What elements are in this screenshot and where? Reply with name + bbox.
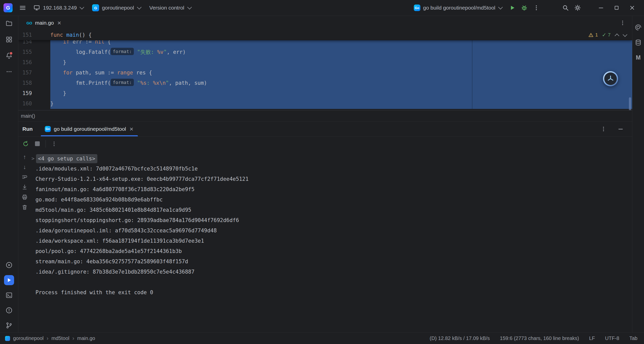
editor-line[interactable]: 156 }: [18, 57, 632, 68]
rerun-button[interactable]: [20, 139, 31, 149]
run-tab[interactable]: Go go build goroutinepool/md5tool ×: [40, 122, 138, 136]
crumb-folder[interactable]: md5tool: [52, 335, 69, 341]
markdown-icon[interactable]: M: [634, 53, 643, 62]
close-button[interactable]: [625, 2, 639, 14]
code-editor[interactable]: 151 func main() { 154 if err != nil {155…: [18, 30, 632, 110]
inspections-widget[interactable]: 1 ✓ 7: [588, 30, 627, 39]
line-number[interactable]: 158: [18, 78, 50, 88]
editor-line[interactable]: 157 for path, sum := range res {: [18, 68, 632, 78]
editor-line[interactable]: 158 fmt.Printf(format: "%s: %x\n", path,…: [18, 78, 632, 88]
git-branch-icon: [5, 322, 13, 329]
remote-host-selector[interactable]: 192.168.3.249: [30, 2, 87, 14]
line-separator-widget[interactable]: LF: [589, 335, 595, 341]
project-selector[interactable]: G goroutinepool: [89, 2, 144, 14]
maximize-icon: [613, 5, 620, 11]
scroll-end-icon[interactable]: [21, 184, 28, 191]
settings-icon[interactable]: [572, 2, 583, 13]
soft-wrap-icon[interactable]: [21, 174, 28, 181]
crumb-file[interactable]: main.go: [77, 335, 95, 341]
run-tab-label: go build goroutinepool/md5tool: [54, 126, 126, 132]
crumb-project[interactable]: goroutinepool: [13, 335, 44, 341]
line-number[interactable]: 151: [18, 30, 50, 40]
sidebar-item-terminal[interactable]: [4, 290, 14, 300]
encoding-widget[interactable]: UTF-8: [605, 335, 619, 341]
sidebar-item-structure[interactable]: [4, 34, 14, 45]
line-number[interactable]: 157: [18, 68, 50, 78]
run-button[interactable]: [507, 2, 518, 13]
code-token: [63, 32, 66, 38]
run-config-selector[interactable]: Go go build goroutinepool/md5tool: [410, 2, 506, 13]
ai-assistant-badge-inner: [604, 72, 617, 85]
line-number[interactable]: 155: [18, 47, 50, 57]
line-number[interactable]: 159: [18, 88, 50, 99]
search-icon[interactable]: [560, 2, 571, 13]
print-icon[interactable]: [21, 194, 28, 201]
run-options-icon[interactable]: [598, 123, 609, 135]
left-toolbar: [0, 16, 18, 332]
console-options-icon[interactable]: [49, 139, 59, 149]
console-output: ><4 go setup calls>.idea/modules.xml: 7d…: [31, 151, 632, 332]
crumb-separator: ›: [47, 335, 48, 342]
problems-icon: [5, 307, 13, 314]
prev-problem-icon[interactable]: [615, 33, 619, 38]
clear-icon[interactable]: [21, 204, 28, 211]
vcs-selector[interactable]: Version control: [146, 3, 195, 13]
chevron-down-icon: [498, 5, 503, 9]
close-run-tab-icon[interactable]: ×: [129, 126, 134, 132]
sidebar-item-run[interactable]: [4, 275, 14, 285]
next-problem-icon[interactable]: [623, 32, 627, 37]
sticky-line[interactable]: 151 func main() {: [18, 30, 632, 40]
line-number[interactable]: 160: [18, 99, 50, 109]
minimize-button[interactable]: [594, 2, 608, 14]
ai-assistant-badge[interactable]: [603, 71, 618, 86]
folded-output-chip[interactable]: <4 go setup calls>: [36, 154, 97, 163]
more-actions-icon[interactable]: [531, 2, 542, 13]
down-icon[interactable]: ↓: [21, 163, 28, 170]
code-token: [134, 49, 137, 55]
editor-line[interactable]: 159 }: [18, 88, 632, 99]
debug-button[interactable]: [519, 2, 530, 13]
remote-host-label: 192.168.3.249: [43, 5, 77, 11]
sticky-code: func main() {: [50, 30, 632, 40]
chevron-down-icon: [187, 5, 192, 9]
editor-scrollbar[interactable]: [629, 97, 631, 110]
ai-assistant-icon[interactable]: [634, 23, 643, 32]
console-line: .idea/modules.xml: 7d0072a46767bcfce3c51…: [31, 164, 632, 174]
titlebar: G 192.168.3.249 G goroutinepool Version …: [0, 0, 644, 16]
close-tab-icon[interactable]: ×: [57, 20, 62, 25]
vcs-label: Version control: [149, 5, 184, 11]
hide-tool-window-icon[interactable]: [615, 123, 626, 135]
maximize-button[interactable]: [609, 2, 624, 14]
run-tool-window: Run Go go build goroutinepool/md5tool ×: [18, 122, 632, 332]
sidebar-item-problems[interactable]: [4, 305, 14, 315]
stop-button[interactable]: [32, 139, 43, 149]
run-header: Run Go go build goroutinepool/md5tool ×: [18, 122, 632, 137]
editor-tab-options-icon[interactable]: [617, 17, 628, 28]
kebab-icon: [600, 126, 607, 132]
editor-line[interactable]: 160}: [18, 99, 632, 109]
database-icon[interactable]: [634, 38, 643, 47]
sidebar-item-services[interactable]: [4, 260, 14, 270]
bug-icon: [520, 4, 528, 12]
sidebar-item-vcs[interactable]: [4, 320, 14, 330]
indent-widget[interactable]: Tab: [629, 335, 637, 341]
caret-position-widget[interactable]: 159:6 (2773 chars, 160 line breaks): [500, 335, 579, 341]
main-menu-icon[interactable]: [17, 2, 28, 13]
inlay-hint: format:: [111, 48, 134, 55]
editor-tab-main-go[interactable]: GO main.go ×: [22, 16, 66, 30]
sidebar-item-project[interactable]: [4, 18, 14, 28]
code-token: fmt.Printf(: [76, 80, 111, 86]
breadcrumb[interactable]: main(): [21, 113, 35, 119]
console-line: stream/main.go: 4eba356c92757577a2589603…: [31, 256, 632, 267]
up-icon[interactable]: ↑: [21, 153, 28, 160]
fold-arrow-icon[interactable]: >: [31, 153, 36, 164]
inspection-passed[interactable]: ✓ 7: [602, 32, 611, 38]
inspection-warnings[interactable]: 1: [588, 32, 598, 38]
sidebar-item-notifications[interactable]: [4, 51, 14, 61]
project-name-label: goroutinepool: [102, 5, 134, 11]
editor-line[interactable]: 155 log.Fatalf(format: "失败: %v", err): [18, 47, 632, 57]
sidebar-item-more[interactable]: [4, 67, 14, 77]
line-number[interactable]: 156: [18, 57, 50, 68]
run-panel-title[interactable]: Run: [22, 126, 33, 132]
console-fold-line[interactable]: ><4 go setup calls>: [31, 153, 632, 164]
